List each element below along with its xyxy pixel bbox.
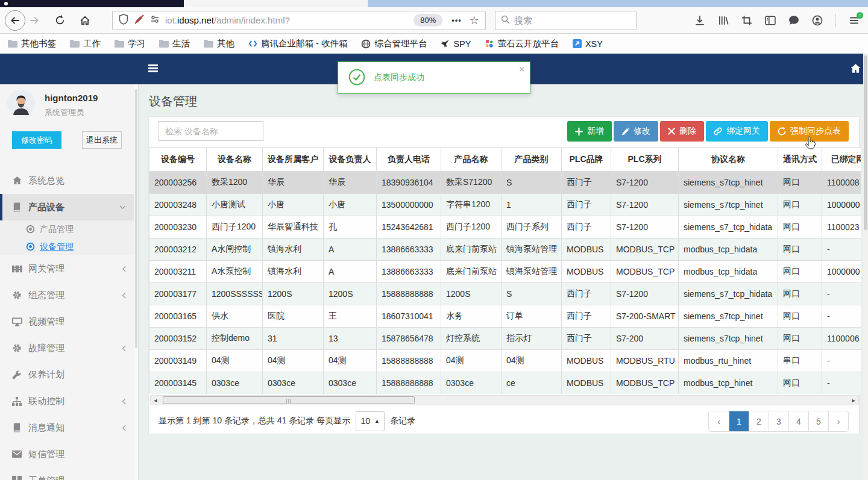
table-cell: 西门子	[562, 194, 611, 216]
page-button[interactable]: 1	[729, 411, 749, 431]
sidebar-item[interactable]: 组态管理	[0, 282, 138, 308]
sidebar-scrollbar[interactable]	[134, 84, 138, 480]
scroll-right-icon[interactable]: ►	[849, 396, 858, 405]
bookmark-item[interactable]: 学习	[115, 38, 145, 49]
table-row[interactable]: 200003152控制demo311315878656478灯控系统指示灯西门子…	[149, 328, 861, 350]
bookmark-item[interactable]: 生活	[159, 38, 190, 49]
delete-button[interactable]: 删除	[660, 121, 704, 142]
sidebar-item[interactable]: 联动控制	[0, 388, 138, 414]
page-button[interactable]: 4	[788, 411, 808, 431]
browser-search-input[interactable]	[514, 15, 623, 25]
table-cell: 西门子	[562, 305, 611, 328]
forward-icon[interactable]	[25, 11, 43, 30]
table-cell: 13500000000	[377, 194, 441, 216]
table-cell: -	[822, 283, 861, 305]
toast-close-icon[interactable]: ×	[519, 64, 524, 74]
table-row[interactable]: 200003212A水闸控制镇海水利A13886663333底来门前泵站镇海泵站…	[149, 238, 861, 261]
table-row[interactable]: 200003256数采1200华辰华辰18390936104数采S71200S西…	[149, 172, 861, 194]
bookmarks-bar: 其他书签工作学习生活其他腾讯企业邮箱 - 收件箱综合管理平台SPY萤石云开放平台…	[0, 34, 868, 54]
sidebar-item-label: 工单管理	[28, 475, 64, 480]
table-cell: 订单	[502, 305, 562, 328]
sidebar-item[interactable]: 视频管理	[0, 308, 138, 335]
sidebar-item[interactable]: 短信管理	[0, 441, 138, 467]
folder-icon	[115, 40, 124, 48]
sidebar-item[interactable]: 保养计划	[0, 361, 138, 388]
table-row[interactable]: 200003230西门子1200华辰智通科技孔15243642681西门子120…	[149, 216, 861, 238]
table-row[interactable]: 200003165供水医院王18607310041水务订单西门子S7-200-S…	[149, 305, 861, 328]
scrollbar-thumb[interactable]	[135, 89, 137, 348]
table-cell: 15888888888	[377, 372, 441, 394]
bookmark-item[interactable]: 综合管理平台	[361, 38, 427, 49]
bookmark-item[interactable]: 萤石云开放平台	[485, 38, 559, 49]
bookmark-item[interactable]: XSY	[573, 39, 603, 49]
app-home-icon[interactable]	[850, 63, 861, 76]
bookmark-item[interactable]: SPY	[441, 39, 471, 49]
zoom-badge[interactable]: 80%	[414, 14, 442, 26]
table-cell: 200003256	[149, 172, 207, 194]
browser-search[interactable]	[495, 11, 637, 30]
permissions-icon[interactable]	[150, 15, 160, 25]
vertical-scrollbar[interactable]	[863, 54, 868, 480]
scrollbar-thumb[interactable]	[864, 55, 867, 230]
table-cell: 04测	[441, 350, 502, 372]
table-row[interactable]: 20000314904测04测04测1588888888804测04测MODBU…	[149, 350, 861, 372]
sidebar-subitem[interactable]: 产品管理	[0, 220, 138, 238]
table-row[interactable]: 2000031771200SSSSSS1200S1200S15888888888…	[149, 283, 861, 305]
url-text[interactable]: iot.idosp.net/admin/index.html?	[165, 15, 290, 25]
page-size-select[interactable]: 10 ▲	[356, 411, 385, 431]
prev-page-button[interactable]: ‹	[709, 411, 729, 431]
toolbar-separator	[835, 14, 836, 27]
search-icon	[501, 15, 510, 26]
table-row[interactable]: 200003248小唐测试小唐小唐13500000000字符串12001西门子S…	[149, 194, 861, 216]
add-button[interactable]: 新增	[567, 121, 612, 142]
sidebar-subitem[interactable]: 设备管理	[0, 238, 138, 255]
table-cell: 底来门前泵站	[441, 238, 502, 261]
sidebar-item[interactable]: 系统总览	[0, 167, 138, 194]
browser-active-tab[interactable]	[184, 0, 368, 7]
force-sync-button[interactable]: 强制同步点表	[770, 121, 849, 142]
page-button[interactable]: 5	[808, 411, 828, 431]
bookmark-item[interactable]: 腾讯企业邮箱 - 收件箱	[248, 38, 347, 49]
bookmark-item[interactable]: 工作	[70, 38, 101, 49]
url-bar[interactable]: iot.idosp.net/admin/index.html? 80% ••• …	[112, 11, 486, 30]
screenshot-icon[interactable]	[741, 15, 752, 26]
page-button[interactable]: 3	[769, 411, 788, 431]
pen-blocked-icon[interactable]	[134, 14, 145, 26]
library-icon[interactable]	[718, 15, 729, 26]
reload-icon[interactable]	[51, 11, 69, 30]
download-icon[interactable]	[694, 15, 705, 26]
chat-icon[interactable]	[788, 15, 799, 26]
change-password-button[interactable]: 修改密码	[12, 131, 61, 149]
shield-icon[interactable]	[119, 14, 128, 26]
sidebar-item[interactable]: 网关管理	[0, 255, 138, 282]
next-page-button[interactable]: ›	[828, 411, 848, 431]
table-row[interactable]: 200003211A水泵控制镇海水利A13886663333底来门前泵站镇海泵站…	[149, 261, 861, 283]
sidebar-item[interactable]: 产品设备	[0, 194, 138, 220]
bookmark-item[interactable]: 其他书签	[8, 38, 56, 49]
bind-gateway-button[interactable]: 绑定网关	[706, 121, 768, 142]
sidebar-item[interactable]: 工单管理	[0, 467, 138, 480]
bookmark-label: 腾讯企业邮箱 - 收件箱	[261, 38, 347, 49]
horizontal-scrollbar[interactable]: ◄ ||| ►	[150, 395, 859, 405]
page-button[interactable]: 2	[749, 411, 769, 431]
device-search-input[interactable]	[159, 121, 263, 141]
menu-icon[interactable]: ↑	[849, 15, 860, 26]
back-icon[interactable]	[5, 10, 25, 31]
bookmark-star-icon[interactable]: ☆	[470, 14, 479, 27]
logout-button[interactable]: 退出系统	[82, 131, 122, 149]
table-cell: 华辰	[324, 172, 377, 194]
sidebars-icon[interactable]	[765, 15, 776, 26]
edit-button[interactable]: 修改	[614, 121, 658, 142]
table-cell: MODBUS_TCP	[611, 261, 679, 283]
account-icon[interactable]	[812, 15, 823, 26]
scrollbar-thumb[interactable]: |||	[163, 396, 415, 404]
scroll-left-icon[interactable]: ◄	[151, 396, 160, 405]
sidebar-item[interactable]: 故障管理	[0, 335, 138, 361]
home-icon[interactable]	[76, 11, 94, 30]
sidebar-toggle-icon[interactable]	[148, 64, 158, 73]
page-actions-icon[interactable]: •••	[451, 16, 462, 25]
table-row[interactable]: 2000031450303ce0303ce0303ce1588888888803…	[149, 372, 861, 394]
bookmark-item[interactable]: 其他	[204, 38, 234, 49]
column-header: 设备名称	[207, 148, 263, 172]
sidebar-item[interactable]: 消息通知	[0, 414, 138, 441]
